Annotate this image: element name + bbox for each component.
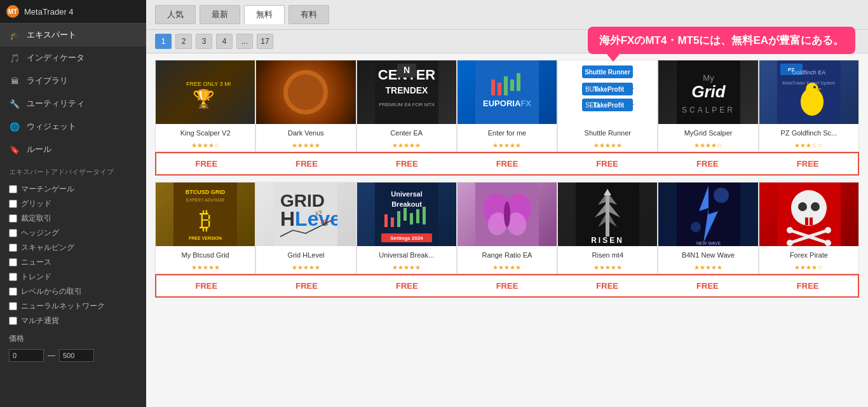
check-grid[interactable]: グリッド bbox=[0, 197, 146, 211]
check-multicurrency[interactable]: マルチ通貨 bbox=[0, 314, 146, 328]
row2-free-2[interactable]: FREE bbox=[356, 275, 457, 296]
page-btn-4[interactable]: 4 bbox=[216, 34, 233, 49]
sidebar-item-widget[interactable]: 🌐 ウィジェット bbox=[0, 115, 146, 138]
row1-free-6[interactable]: FREE bbox=[757, 153, 858, 174]
check-neural[interactable]: ニューラルネットワーク bbox=[0, 299, 146, 314]
product-risen-mt4[interactable]: RISEN Risen mt4 ★★★★★ bbox=[557, 182, 658, 274]
price-section-title: 価格 bbox=[0, 328, 146, 347]
svg-text:N: N bbox=[403, 65, 410, 75]
svg-text:NEW WAVE: NEW WAVE bbox=[696, 241, 721, 245]
svg-rect-60 bbox=[416, 209, 419, 223]
product-forex-pirate-stars: ★★★★☆ bbox=[794, 264, 823, 273]
sidebar-label-indicator: インディケータ bbox=[27, 52, 85, 64]
product-dark-venus[interactable]: Dark Venus ★★★★★ bbox=[255, 60, 356, 152]
check-marchingale-label: マーチンゲール bbox=[21, 184, 74, 195]
row2-free-1[interactable]: FREE bbox=[257, 275, 357, 296]
product-range-ratio-stars: ★★★★★ bbox=[492, 264, 521, 273]
svg-rect-74 bbox=[606, 192, 609, 237]
product-center-ea[interactable]: CENTER TRENDEX PREMIUM EA FOR MT4 N Cent… bbox=[356, 60, 457, 152]
sidebar-item-rule[interactable]: 🔖 ルール bbox=[0, 138, 146, 161]
svg-text:x2: x2 bbox=[315, 210, 322, 217]
row2-free-5[interactable]: FREE bbox=[658, 275, 758, 296]
page-btn-17[interactable]: 17 bbox=[257, 34, 273, 49]
svg-point-83 bbox=[791, 190, 827, 226]
page-btn-2[interactable]: 2 bbox=[175, 34, 192, 49]
svg-point-92 bbox=[825, 227, 831, 233]
check-news-input[interactable] bbox=[9, 258, 17, 266]
row2-free-0[interactable]: FREE bbox=[156, 275, 257, 296]
price-min-input[interactable]: 0 bbox=[9, 349, 44, 362]
sidebar-label-rule: ルール bbox=[27, 144, 51, 155]
row1-free-4[interactable]: FREE bbox=[557, 153, 658, 174]
product-pz-goldfinch-name: PZ Goldfinch Sc... bbox=[778, 124, 840, 142]
check-multicurrency-input[interactable] bbox=[9, 317, 17, 325]
sidebar-item-library[interactable]: 🏛 ライブラリ bbox=[0, 69, 146, 92]
check-scalping[interactable]: スキャルピング bbox=[0, 240, 146, 255]
row2-products: BTCUSD GRID EXPERT ADVISOR ₿ FREE VERSIO… bbox=[155, 182, 859, 274]
product-pz-goldfinch-img: PZ Goldfinch EA MetaTrader Expert System bbox=[759, 60, 858, 124]
svg-rect-57 bbox=[397, 211, 400, 227]
sidebar-item-indicator[interactable]: 🎵 インディケータ bbox=[0, 46, 146, 69]
tab-newest[interactable]: 最新 bbox=[200, 5, 240, 24]
check-neural-input[interactable] bbox=[9, 302, 17, 310]
product-mygrid-scalper[interactable]: My Grid SCALPER MyGrid Scalper ★★★★☆ bbox=[658, 60, 758, 152]
check-trend[interactable]: トレンド bbox=[0, 270, 146, 284]
row2-free-4[interactable]: FREE bbox=[557, 275, 658, 296]
check-level[interactable]: レベルからの取引 bbox=[0, 284, 146, 299]
check-grid-input[interactable] bbox=[9, 200, 17, 208]
check-marchingale[interactable]: マーチンゲール bbox=[0, 182, 146, 197]
sidebar-item-utility[interactable]: 🔧 ユーティリティ bbox=[0, 92, 146, 115]
row2-free-3[interactable]: FREE bbox=[457, 275, 557, 296]
check-level-input[interactable] bbox=[9, 287, 17, 296]
product-b4n1[interactable]: NEW WAVE B4N1 New Wave ★★★★★ bbox=[658, 182, 758, 274]
tab-paid[interactable]: 有料 bbox=[288, 5, 329, 24]
product-pz-goldfinch[interactable]: PZ Goldfinch EA MetaTrader Expert System… bbox=[759, 60, 859, 152]
check-hedging-input[interactable] bbox=[9, 229, 17, 237]
product-king-scalper[interactable]: FREE ONLY 3 MONTHS🏆 King Scalper V2 ★★★★… bbox=[155, 60, 255, 152]
svg-text:PREMIUM EA FOR MT4: PREMIUM EA FOR MT4 bbox=[379, 102, 435, 107]
check-trend-input[interactable] bbox=[9, 273, 17, 281]
page-btn-dots[interactable]: ... bbox=[236, 34, 253, 49]
check-scalping-input[interactable] bbox=[9, 244, 17, 252]
svg-point-93 bbox=[787, 240, 793, 246]
svg-point-69 bbox=[504, 202, 510, 227]
check-hedging[interactable]: ヘッジング bbox=[0, 226, 146, 240]
row1-free-0[interactable]: FREE bbox=[156, 153, 257, 174]
product-btcusd-grid[interactable]: BTCUSD GRID EXPERT ADVISOR ₿ FREE VERSIO… bbox=[155, 182, 255, 274]
page-btn-1[interactable]: 1 bbox=[155, 34, 172, 49]
product-universal-breakout[interactable]: Universal Breakout Settings 2024 bbox=[356, 182, 457, 274]
svg-text:FREE VERSION: FREE VERSION bbox=[189, 236, 222, 240]
price-inputs: 0 — 500 bbox=[0, 347, 146, 364]
row1-free-5[interactable]: FREE bbox=[658, 153, 758, 174]
check-news[interactable]: ニュース bbox=[0, 255, 146, 270]
row1-free-2[interactable]: FREE bbox=[356, 153, 457, 174]
product-range-ratio-img bbox=[458, 183, 557, 246]
check-arbitrage[interactable]: 裁定取引 bbox=[0, 211, 146, 226]
svg-text:TRENDEX: TRENDEX bbox=[385, 85, 428, 95]
expert-type-checkboxes: マーチンゲール グリッド 裁定取引 ヘッジング スキャルピング ニュース トレン… bbox=[0, 182, 146, 328]
product-enter-for-me[interactable]: EUPORIAFX Enter for me ★★★★★ bbox=[457, 60, 557, 152]
svg-text:My: My bbox=[703, 73, 714, 83]
row2-free-6[interactable]: FREE bbox=[757, 275, 858, 296]
product-forex-pirate[interactable]: Forex Pirate ★★★★☆ bbox=[759, 182, 859, 274]
sidebar-nav: 🎓 エキスパート 🎵 インディケータ 🏛 ライブラリ 🔧 ユーティリティ 🌐 ウ… bbox=[0, 24, 146, 161]
product-shuttle-runner[interactable]: Shuttle Runner BUY TakeProfit SELL TakeP… bbox=[557, 60, 658, 152]
tab-free[interactable]: 無料 bbox=[244, 5, 285, 24]
app-header: MT MetaTrader 4 bbox=[0, 0, 146, 24]
widget-icon: 🌐 bbox=[9, 121, 20, 132]
product-grid-hlevel[interactable]: GRID HLevel x2 x4 TP Grid HLevel ★★★★★ bbox=[255, 182, 356, 274]
check-marchingale-input[interactable] bbox=[9, 185, 17, 193]
price-max-input[interactable]: 500 bbox=[59, 349, 94, 362]
page-btn-3[interactable]: 3 bbox=[196, 34, 212, 49]
product-shuttle-runner-name: Shuttle Runner bbox=[582, 124, 634, 142]
product-center-ea-stars: ★★★★★ bbox=[392, 142, 421, 151]
tab-popular[interactable]: 人気 bbox=[155, 5, 196, 24]
row1-free-1[interactable]: FREE bbox=[257, 153, 357, 174]
svg-text:Shuttle Runner: Shuttle Runner bbox=[585, 69, 630, 76]
row1-free-3[interactable]: FREE bbox=[457, 153, 557, 174]
sidebar-item-expert[interactable]: 🎓 エキスパート bbox=[0, 24, 146, 46]
products-area: FREE ONLY 3 MONTHS🏆 King Scalper V2 ★★★★… bbox=[146, 53, 868, 407]
check-arbitrage-input[interactable] bbox=[9, 214, 17, 223]
product-range-ratio[interactable]: Range Ratio EA ★★★★★ bbox=[457, 182, 557, 274]
product-universal-name: Universal Break... bbox=[376, 246, 437, 264]
